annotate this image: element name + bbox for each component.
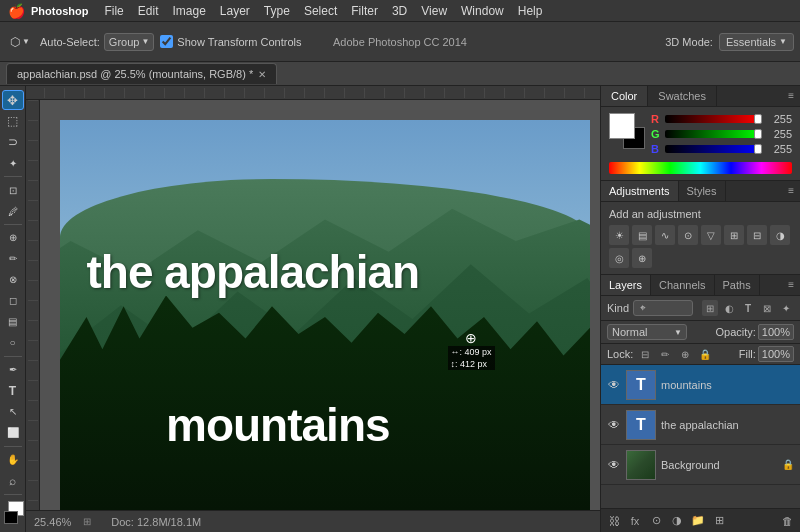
g-slider[interactable] [665, 130, 760, 138]
curves-icon[interactable]: ∿ [655, 225, 675, 245]
tool-zoom[interactable]: ⌕ [2, 471, 24, 491]
g-label: G [651, 128, 661, 140]
tool-marquee[interactable]: ⬚ [2, 111, 24, 131]
tab-styles[interactable]: Styles [679, 181, 726, 201]
filter-shape-icon[interactable]: ⊠ [759, 300, 775, 316]
b-slider[interactable] [665, 145, 760, 153]
layer-visibility-appalachian[interactable]: 👁 [607, 418, 621, 432]
tool-healing[interactable]: ⊕ [2, 228, 24, 248]
close-tab-icon[interactable]: ✕ [258, 69, 266, 80]
menu-edit[interactable]: Edit [132, 2, 165, 20]
bw-icon[interactable]: ◑ [770, 225, 790, 245]
brush-icon: ✏ [9, 253, 17, 264]
levels-icon[interactable]: ▤ [632, 225, 652, 245]
menu-layer[interactable]: Layer [214, 2, 256, 20]
layer-visibility-mountains[interactable]: 👁 [607, 378, 621, 392]
bg-color-swatch[interactable] [4, 511, 18, 524]
tool-options-arrow[interactable]: ⬡ ▼ [6, 32, 34, 52]
lock-transparent-icon[interactable]: ⊟ [637, 346, 653, 362]
tool-gradient[interactable]: ▤ [2, 312, 24, 332]
tool-type[interactable]: T [2, 381, 24, 401]
color-panel-content: R 255 G 255 B 255 [601, 107, 800, 180]
tool-eyedropper[interactable]: 🖉 [2, 201, 24, 221]
group-select[interactable]: Group ▼ [104, 33, 155, 51]
tab-swatches[interactable]: Swatches [648, 86, 717, 106]
menu-file[interactable]: File [98, 2, 129, 20]
filter-adjustment-icon[interactable]: ◐ [721, 300, 737, 316]
foreground-color[interactable] [609, 113, 635, 139]
canvas-scroll[interactable]: the appalachian mountains ⊕ ↔: 409 px ↕:… [40, 100, 600, 510]
r-slider[interactable] [665, 115, 760, 123]
photo-filter-icon[interactable]: ◎ [609, 248, 629, 268]
add-mask-icon[interactable]: ⊙ [647, 512, 665, 530]
tool-magic-wand[interactable]: ✦ [2, 153, 24, 173]
tool-hand[interactable]: ✋ [2, 450, 24, 470]
apple-menu[interactable]: 🍎 [8, 3, 25, 19]
tab-channels[interactable]: Channels [651, 275, 714, 295]
exposure-icon[interactable]: ⊙ [678, 225, 698, 245]
menu-type[interactable]: Type [258, 2, 296, 20]
fill-value[interactable]: 100% [758, 346, 794, 362]
layer-visibility-background[interactable]: 👁 [607, 458, 621, 472]
tab-layers[interactable]: Layers [601, 275, 651, 295]
menu-filter[interactable]: Filter [345, 2, 384, 20]
menu-select[interactable]: Select [298, 2, 343, 20]
tool-move[interactable]: ✥ [2, 90, 24, 110]
new-group-icon[interactable]: 📁 [689, 512, 707, 530]
layer-item-appalachian[interactable]: 👁 T the appalachian [601, 405, 800, 445]
new-fill-layer-icon[interactable]: ◑ [668, 512, 686, 530]
tab-color[interactable]: Color [601, 86, 648, 106]
tool-pen[interactable]: ✒ [2, 360, 24, 380]
link-layers-icon[interactable]: ⛓ [605, 512, 623, 530]
add-style-icon[interactable]: fx [626, 512, 644, 530]
document-tab[interactable]: appalachian.psd @ 25.5% (mountains, RGB/… [6, 63, 277, 84]
color-fg-bg-container [609, 113, 645, 149]
menu-window[interactable]: Window [455, 2, 510, 20]
delete-layer-icon[interactable]: 🗑 [778, 512, 796, 530]
brightness-contrast-icon[interactable]: ☀ [609, 225, 629, 245]
tool-eraser[interactable]: ◻ [2, 291, 24, 311]
layer-item-mountains[interactable]: 👁 T mountains [601, 365, 800, 405]
app-name: Photoshop [31, 5, 88, 17]
adjustments-panel-menu-icon[interactable]: ≡ [782, 181, 800, 201]
menu-view[interactable]: View [415, 2, 453, 20]
vibrance-icon[interactable]: ▽ [701, 225, 721, 245]
blend-mode-select[interactable]: Normal ▼ [607, 324, 687, 340]
tool-brush[interactable]: ✏ [2, 249, 24, 269]
layer-item-background[interactable]: 👁 Background 🔒 [601, 445, 800, 485]
tool-clone[interactable]: ⊗ [2, 270, 24, 290]
menu-help[interactable]: Help [512, 2, 549, 20]
new-layer-icon[interactable]: ⊞ [710, 512, 728, 530]
filter-pixel-icon[interactable]: ⊞ [702, 300, 718, 316]
lock-all-icon[interactable]: 🔒 [697, 346, 713, 362]
filter-type-icon[interactable]: T [740, 300, 756, 316]
kind-select[interactable]: ⌖ [633, 300, 693, 316]
show-transform-container[interactable]: Show Transform Controls [160, 35, 301, 48]
canvas-text-appalachian: the appalachian [87, 245, 420, 299]
lock-position-icon[interactable]: ⊕ [677, 346, 693, 362]
show-transform-checkbox[interactable] [160, 35, 173, 48]
color-balance-icon[interactable]: ⊟ [747, 225, 767, 245]
tool-dodge[interactable]: ○ [2, 333, 24, 353]
tool-shape[interactable]: ⬜ [2, 423, 24, 443]
layers-panel-menu-icon[interactable]: ≡ [782, 275, 800, 295]
opacity-value[interactable]: 100% [758, 324, 794, 340]
tab-adjustments[interactable]: Adjustments [601, 181, 679, 201]
adjustment-icons: ☀ ▤ ∿ ⊙ ▽ ⊞ ⊟ ◑ ◎ ⊕ [609, 225, 792, 268]
color-spectrum[interactable] [609, 162, 792, 174]
tab-paths[interactable]: Paths [715, 275, 760, 295]
channel-mixer-icon[interactable]: ⊕ [632, 248, 652, 268]
lock-image-icon[interactable]: ✏ [657, 346, 673, 362]
filter-smart-icon[interactable]: ✦ [778, 300, 794, 316]
color-panel-menu-icon[interactable]: ≡ [782, 86, 800, 106]
essentials-chevron: ▼ [779, 37, 787, 46]
tool-lasso[interactable]: ⊃ [2, 132, 24, 152]
essentials-select[interactable]: Essentials ▼ [719, 33, 794, 51]
tool-crop[interactable]: ⊡ [2, 180, 24, 200]
autoselect-container: Auto-Select: Group ▼ [40, 33, 154, 51]
hsl-icon[interactable]: ⊞ [724, 225, 744, 245]
blend-mode-value: Normal [612, 326, 647, 338]
tool-path-select[interactable]: ↖ [2, 402, 24, 422]
menu-image[interactable]: Image [166, 2, 211, 20]
menu-3d[interactable]: 3D [386, 2, 413, 20]
